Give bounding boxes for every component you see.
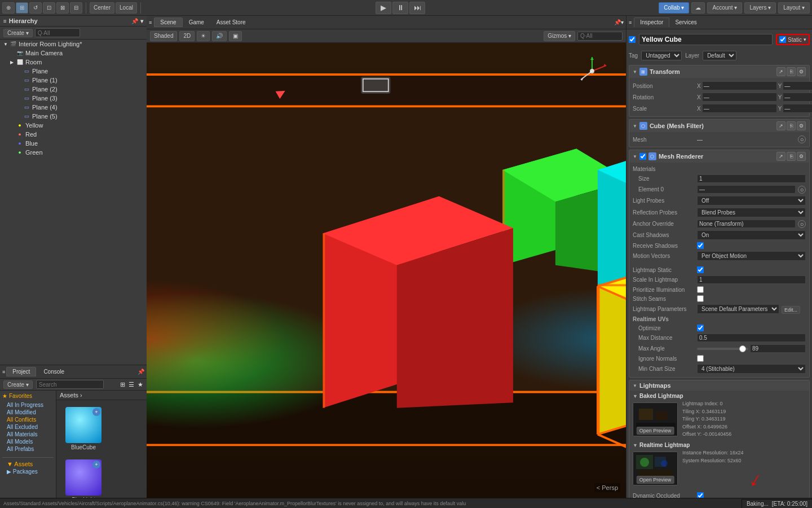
hier-item-plane0[interactable]: ▭ Plane [0,67,147,76]
pos-y[interactable] [783,81,812,90]
light-probes-dropdown[interactable]: Off [697,196,806,205]
layout-button[interactable]: Layout ▾ [778,2,810,14]
fav-in-progress[interactable]: All In Progress [2,401,54,409]
scale-lightmap-field[interactable] [697,275,806,284]
step-button[interactable]: ⏭ [409,2,425,14]
hier-item-plane3[interactable]: ▭ Plane (3) [0,94,147,103]
lightmap-static-check[interactable] [697,266,704,273]
max-angle-field[interactable] [750,344,806,353]
project-tab[interactable]: Project [6,367,36,376]
cloud-button[interactable]: ☁ [691,2,705,14]
tool-btn-3[interactable]: ↺ [29,2,42,14]
hier-item-green[interactable]: ● Green [0,148,147,157]
scale-y[interactable] [783,104,812,113]
project-filter-icon[interactable]: ☰ [129,381,134,388]
play-button[interactable]: ▶ [376,2,391,14]
max-angle-slider[interactable] [697,348,748,350]
fav-models[interactable]: All Models [2,438,54,445]
hier-item-scene[interactable]: ▼ 🎬 Interior Room Lighting* [0,40,147,49]
fav-materials[interactable]: All Materials [2,431,54,438]
hier-item-plane2[interactable]: ▭ Plane (2) [0,85,147,94]
transform-ref-btn[interactable]: ↗ [776,67,785,76]
motion-vectors-dropdown[interactable]: Per Object Motion [697,251,806,261]
transform-copy-btn[interactable]: ⎘ [787,67,796,76]
hier-item-plane4[interactable]: ▭ Plane (4) [0,103,147,112]
mesh-filter-settings-btn[interactable]: ⚙ [797,121,806,130]
viewport[interactable]: ▶ < Persp [147,43,626,498]
project-view-icon[interactable]: ⊞ [120,381,125,388]
mesh-renderer-checkbox[interactable] [639,153,646,160]
rot-x[interactable] [702,93,777,102]
fav-excluded[interactable]: All Excluded [2,423,54,431]
layer-dropdown[interactable]: Default [703,51,736,60]
asset-bluelight[interactable]: + BlueLight [61,457,106,498]
hier-item-blue[interactable]: ● Blue [0,139,147,148]
anchor-circle[interactable]: ○ [798,220,806,228]
static-dropdown-arrow[interactable]: ▾ [804,37,806,42]
anchor-override-field[interactable] [697,220,796,228]
size-field[interactable] [697,174,806,183]
project-search[interactable] [36,380,104,389]
scene-search[interactable] [577,32,623,41]
lightmaps-header[interactable]: ▼ Lightmaps [629,380,809,391]
min-chart-dropdown[interactable]: 4 (Stitchable) [697,364,806,374]
mesh-filter-header[interactable]: ▼ ⬡ Cube (Mesh Filter) ↗ ⎘ ⚙ [629,120,809,132]
project-create-btn[interactable]: Create ▾ [3,380,33,389]
fav-conflicts[interactable]: All Conflicts [2,416,54,423]
dynamic-occluded-check[interactable] [697,492,704,498]
transform-header[interactable]: ▼ ⊞ Transform ↗ ⎘ ⚙ [629,65,809,78]
console-tab[interactable]: Console [37,367,70,376]
lightmap-params-dropdown[interactable]: Scene Default Parameters [697,304,779,314]
receive-shadows-check[interactable] [697,242,704,249]
static-checkbox[interactable] [779,36,786,43]
inspector-tab[interactable]: Inspector [634,17,669,27]
project-star-icon[interactable]: ★ [138,381,143,388]
center-btn[interactable]: Center [90,2,114,14]
mesh-renderer-header[interactable]: ▼ ⬡ Mesh Renderer ↗ ⎘ ⚙ [629,150,809,163]
hierarchy-search[interactable] [35,28,80,37]
element0-field[interactable] [697,185,796,194]
element0-circle[interactable]: ○ [798,186,806,194]
scene-menu[interactable]: ▾ [621,19,624,25]
shading-dropdown[interactable]: Shaded [150,31,177,41]
account-button[interactable]: Account ▾ [707,2,742,14]
tag-dropdown[interactable]: Untagged [641,51,682,60]
ignore-normals-check[interactable] [697,355,704,362]
transform-gizmo[interactable] [575,54,609,88]
scene-pin[interactable]: 📌 [614,19,621,25]
hierarchy-create-btn[interactable]: Create ▾ [3,29,33,37]
view-2d-btn[interactable]: 2D [179,31,195,41]
collab-button[interactable]: Collab ▾ [659,2,689,14]
scale-x[interactable] [702,104,777,113]
mesh-filter-copy-btn[interactable]: ⎘ [787,121,796,130]
mesh-circle-btn[interactable]: ○ [798,135,806,143]
tab-asset-store[interactable]: Asset Store [210,17,252,27]
effects-btn[interactable]: ▣ [229,31,242,41]
audio-btn[interactable]: 🔊 [212,31,227,41]
tool-btn-4[interactable]: ⊡ [43,2,55,14]
mesh-renderer-ref-btn[interactable]: ↗ [776,152,785,161]
edit-lightmap-btn[interactable]: Edit... [782,306,800,314]
hierarchy-pin[interactable]: 📌 [131,18,138,24]
fav-prefabs[interactable]: All Prefabs [2,445,54,453]
assets-root-item[interactable]: ▼ Assets [2,460,54,468]
mesh-renderer-copy-btn[interactable]: ⎘ [787,152,796,161]
tool-btn-1[interactable]: ⊕ [2,2,15,14]
tab-scene[interactable]: Scene [154,17,182,27]
lighting-btn[interactable]: ☀ [197,31,210,41]
asset-bluecube[interactable]: + BlueCube [61,405,106,453]
fav-modified[interactable]: All Modified [2,409,54,416]
gizmos-btn[interactable]: Gizmos ▾ [544,31,575,41]
max-distance-field[interactable] [697,334,806,342]
hier-item-plane1[interactable]: ▭ Plane (1) [0,76,147,85]
hier-item-room[interactable]: ▶ ⬜ Room [0,58,147,67]
pause-button[interactable]: ⏸ [392,2,408,14]
packages-item[interactable]: ▶ Packages [2,468,54,475]
cast-shadows-dropdown[interactable]: On [697,230,806,240]
hierarchy-menu[interactable]: ▾ [140,18,143,24]
obj-active-checkbox[interactable] [629,36,636,43]
tool-btn-6[interactable]: ⊟ [70,2,82,14]
services-tab[interactable]: Services [669,18,702,27]
tool-btn-2[interactable]: ⊞ [16,2,28,14]
pos-x[interactable] [702,81,777,90]
